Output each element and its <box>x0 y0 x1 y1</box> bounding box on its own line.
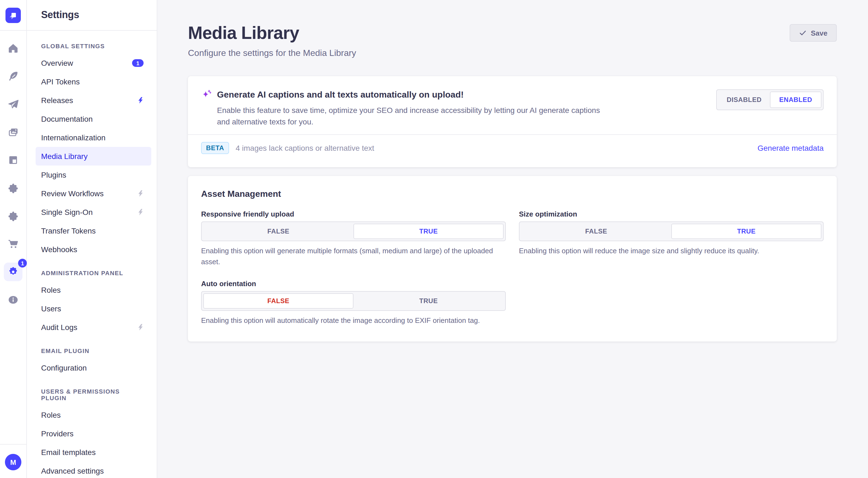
sidebar-item-label: Advanced settings <box>41 467 104 475</box>
sidebar-item-media-library[interactable]: Media Library <box>36 147 151 166</box>
puzzle-icon <box>8 210 19 221</box>
field-size-optimization: Size optimizationFALSETRUEEnabling this … <box>519 210 824 268</box>
sidebar-item-overview[interactable]: Overview1 <box>27 54 157 72</box>
asset-management-title: Asset Management <box>201 189 824 199</box>
sidebar-item-label: Overview <box>41 59 73 67</box>
page-header: Media Library Configure the settings for… <box>188 22 837 58</box>
ai-caption-toggle: DISABLED ENABLED <box>716 89 824 110</box>
sidebar-item-advanced-settings[interactable]: Advanced settings <box>27 461 157 478</box>
layout-icon <box>8 155 19 166</box>
field-hint: Enabling this option will automatically … <box>201 315 506 326</box>
home-icon <box>8 43 19 54</box>
banner-title: Generate AI captions and alt texts autom… <box>217 90 464 100</box>
sidebar-item-label: Webhooks <box>41 245 77 254</box>
ai-caption-banner: Generate AI captions and alt texts autom… <box>188 76 837 167</box>
responsive-friendly-upload-option-false[interactable]: FALSE <box>203 223 353 239</box>
sidebar-item-releases[interactable]: Releases <box>27 91 157 110</box>
lightning-icon-wrap <box>137 190 144 197</box>
sidebar-item-label: Review Workflows <box>41 189 103 198</box>
sidebar-item-label: Documentation <box>41 115 93 123</box>
rail-item-purchases[interactable] <box>8 238 19 249</box>
page-subtitle: Configure the settings for the Media Lib… <box>188 48 356 58</box>
rail-item-home[interactable] <box>8 43 19 54</box>
beta-badge: BETA <box>201 142 229 154</box>
subnav-section: ADMINISTRATION PANELRolesUsersAudit Logs <box>27 270 157 336</box>
section-label: ADMINISTRATION PANEL <box>27 270 157 276</box>
rail-item-information[interactable] <box>8 294 19 305</box>
banner-description: Enable this feature to save time, optimi… <box>217 105 613 128</box>
sidebar-item-internationalization[interactable]: Internationalization <box>27 128 157 147</box>
sidebar-item-label: Roles <box>41 411 61 419</box>
notification-badge: 1 <box>132 59 144 67</box>
subnav-title: Settings <box>41 9 79 21</box>
responsive-friendly-upload-option-true[interactable]: TRUE <box>353 223 504 239</box>
size-optimization-option-false[interactable]: FALSE <box>521 223 671 239</box>
sidebar-item-documentation[interactable]: Documentation <box>27 110 157 128</box>
strapi-admin-app: 1 M Settings GLOBAL SETTINGSOverview1API… <box>0 0 868 478</box>
sidebar-item-label: API Tokens <box>41 77 80 86</box>
size-optimization-toggle: FALSETRUE <box>519 221 824 241</box>
check-icon <box>799 29 806 37</box>
sidebar-item-label: Providers <box>41 429 73 438</box>
sidebar-item-users[interactable]: Users <box>27 299 157 318</box>
shopping-cart-icon <box>8 238 19 249</box>
feather-icon <box>8 71 19 82</box>
settings-subnav: Settings GLOBAL SETTINGSOverview1API Tok… <box>27 0 157 478</box>
caption-status-text: 4 images lack captions or alternative te… <box>236 144 374 152</box>
ai-caption-toggle-disabled[interactable]: DISABLED <box>718 92 770 108</box>
field-hint: Enabling this option will generate multi… <box>201 246 506 268</box>
rail-item-releases[interactable] <box>8 99 19 110</box>
sidebar-item-webhooks[interactable]: Webhooks <box>27 240 157 259</box>
sidebar-item-label: Releases <box>41 96 73 105</box>
lightning-icon <box>137 190 144 197</box>
sidebar-item-label: Internationalization <box>41 133 105 142</box>
rail-item-marketplace[interactable] <box>8 210 19 221</box>
rail-item-plugins[interactable] <box>8 183 19 193</box>
lightning-icon-wrap <box>137 208 144 216</box>
avatar[interactable]: M <box>5 454 21 470</box>
strapi-logo-icon <box>5 7 21 23</box>
lightning-icon <box>137 323 144 331</box>
size-optimization-option-true[interactable]: TRUE <box>671 223 822 239</box>
strapi-logo[interactable] <box>5 7 21 23</box>
sidebar-item-audit-logs[interactable]: Audit Logs <box>27 318 157 336</box>
icon-rail: 1 M <box>0 0 27 478</box>
generate-metadata-link[interactable]: Generate metadata <box>757 144 824 152</box>
responsive-friendly-upload-toggle: FALSETRUE <box>201 221 506 241</box>
auto-orientation-option-true[interactable]: TRUE <box>353 293 504 309</box>
sidebar-item-plugins[interactable]: Plugins <box>27 166 157 184</box>
field-label: Responsive friendly upload <box>201 210 506 218</box>
rail-item-media-library[interactable] <box>8 127 19 138</box>
ai-caption-toggle-enabled[interactable]: ENABLED <box>770 92 822 108</box>
sidebar-item-transfer-tokens[interactable]: Transfer Tokens <box>27 221 157 240</box>
rail-item-content-manager[interactable] <box>8 71 19 82</box>
asset-management-card: Asset Management Responsive friendly upl… <box>188 176 837 341</box>
sidebar-item-single-sign-on[interactable]: Single Sign-On <box>27 203 157 221</box>
sidebar-item-label: Configuration <box>41 363 87 372</box>
subnav-section: GLOBAL SETTINGSOverview1API TokensReleas… <box>27 43 157 259</box>
save-button-label: Save <box>811 29 828 37</box>
sidebar-item-label: Media Library <box>41 152 88 160</box>
main-content: Media Library Configure the settings for… <box>157 0 868 478</box>
sidebar-item-label: Users <box>41 304 61 313</box>
save-button[interactable]: Save <box>789 24 837 42</box>
lightning-icon <box>137 96 144 104</box>
sidebar-item-providers[interactable]: Providers <box>27 424 157 443</box>
sidebar-item-configuration[interactable]: Configuration <box>27 359 157 377</box>
sidebar-item-email-templates[interactable]: Email templates <box>27 443 157 461</box>
sidebar-item-roles[interactable]: Roles <box>27 406 157 424</box>
sidebar-item-label: Plugins <box>41 171 66 179</box>
gear-icon <box>8 266 19 277</box>
sidebar-item-api-tokens[interactable]: API Tokens <box>27 72 157 91</box>
sidebar-item-review-workflows[interactable]: Review Workflows <box>27 184 157 203</box>
divider <box>188 134 837 135</box>
rail-item-settings[interactable]: 1 <box>4 263 23 281</box>
auto-orientation-option-false[interactable]: FALSE <box>203 293 353 309</box>
auto-orientation-toggle: FALSETRUE <box>201 291 506 311</box>
sidebar-item-roles[interactable]: Roles <box>27 281 157 299</box>
lightning-icon-wrap <box>137 323 144 331</box>
sidebar-item-label: Email templates <box>41 448 96 457</box>
section-label: USERS & PERMISSIONS PLUGIN <box>27 388 157 401</box>
puzzle-icon <box>8 183 19 193</box>
rail-item-content-type-builder[interactable] <box>8 155 19 166</box>
